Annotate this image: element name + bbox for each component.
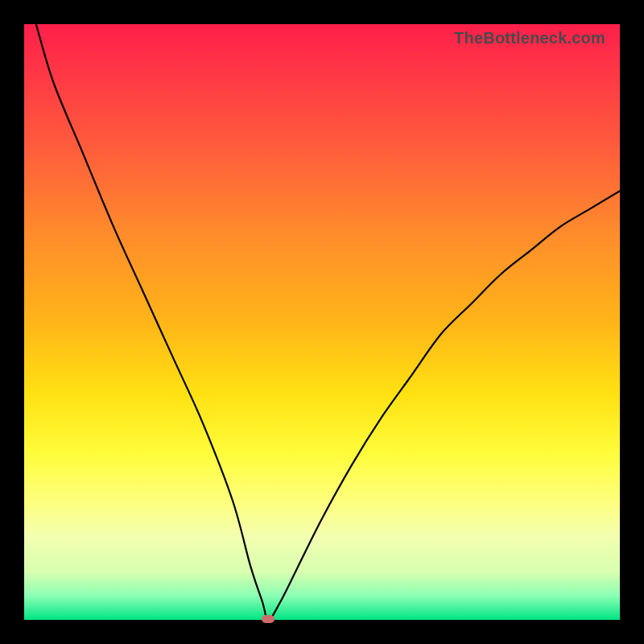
bottleneck-curve xyxy=(24,24,620,620)
chart-frame: TheBottleneck.com xyxy=(0,0,644,644)
plot-area: TheBottleneck.com xyxy=(24,24,620,620)
optimal-point-marker xyxy=(262,615,275,623)
